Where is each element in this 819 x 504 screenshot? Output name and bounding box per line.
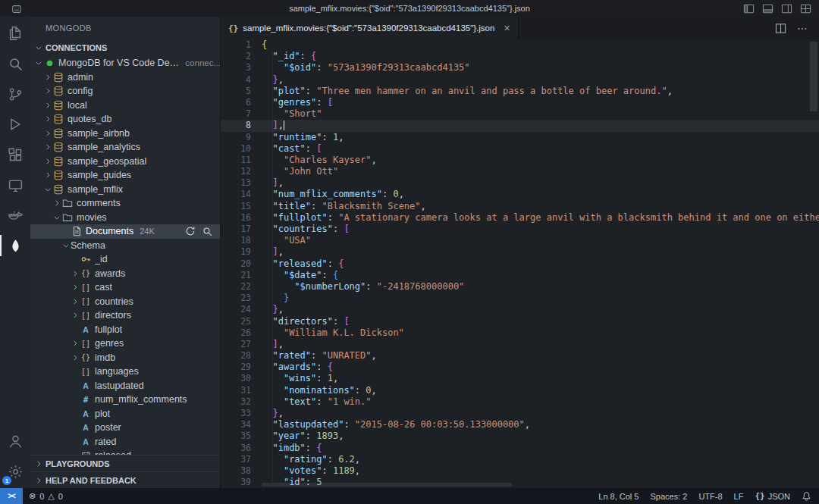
code-line-36[interactable]: 36 "imdb": { [221,443,819,454]
cursor-position-status[interactable]: Ln 8, Col 5 [598,492,639,501]
schema-field-cast[interactable]: []cast [30,280,220,295]
code-line-16[interactable]: 16 "fullplot": "A stationary camera look… [221,212,819,224]
code-line-35[interactable]: 35 "year": 1893, [221,430,819,442]
schema-field-plot[interactable]: Aplot [30,407,220,421]
code-line-34[interactable]: 34 "lastupdated": "2015-08-26 00:03:50.1… [221,419,819,430]
code-line-23[interactable]: 23 } [221,293,819,304]
code-line-15[interactable]: 15 "title": "Blacksmith Scene", [221,201,819,212]
schema-field-genres[interactable]: []genres [30,337,220,351]
code-line-26[interactable]: 26 "William K.L. Dickson" [221,327,819,339]
toggle-primary-sidebar-icon[interactable] [742,2,755,14]
code-line-13[interactable]: 13 ], [221,177,819,189]
code-line-4[interactable]: 4 }, [221,74,819,86]
code-line-28[interactable]: 28 "rated": "UNRATED", [221,350,819,362]
problems-status[interactable]: ⊗ 0 △ 0 [23,491,63,501]
code-line-19[interactable]: 19 ], [221,246,819,258]
activity-account-button[interactable] [0,426,30,456]
toggle-secondary-sidebar-icon[interactable] [780,2,792,14]
code-editor[interactable]: 1{2 "_id": {3 "$oid": "573a1390f29313caa… [221,39,819,488]
indentation-status[interactable]: Spaces: 2 [650,492,687,501]
code-line-18[interactable]: 18 "USA" [221,235,819,246]
connections-section-header[interactable]: CONNECTIONS [30,39,220,56]
code-line-17[interactable]: 17 "countries": [ [221,224,819,235]
code-line-20[interactable]: 20 "released": { [221,258,819,270]
code-line-24[interactable]: 24 }, [221,304,819,315]
notifications-bell-icon[interactable] [802,491,811,501]
remote-indicator[interactable]: >< [0,488,23,504]
activity-search-button[interactable] [0,49,30,79]
code-line-31[interactable]: 31 "nominations": 0, [221,385,819,396]
activity-manage-button[interactable]: 1 [0,456,30,487]
code-line-37[interactable]: 37 "rating": 6.2, [221,454,819,465]
collection-item-comments[interactable]: comments [30,196,220,211]
schema-field-released[interactable]: released [30,449,220,455]
code-line-12[interactable]: 12 "John Ott" [221,166,819,177]
code-line-14[interactable]: 14 "num_mflix_comments": 0, [221,189,819,200]
database-item-sample_geospatial[interactable]: sample_geospatial [30,155,220,169]
code-line-1[interactable]: 1{ [221,39,819,51]
database-item-sample_guides[interactable]: sample_guides [30,168,220,183]
code-line-29[interactable]: 29 "awards": { [221,362,819,373]
database-item-sample_mflix[interactable]: sample_mflix [30,183,220,197]
database-item-sample_analytics[interactable]: sample_analytics [30,140,220,155]
encoding-status[interactable]: UTF-8 [698,492,722,501]
activity-remote-explorer-button[interactable] [0,170,30,200]
schema-field-awards[interactable]: {}awards [30,267,220,281]
code-line-33[interactable]: 33 }, [221,408,819,419]
schema-item[interactable]: Schema [30,239,220,253]
collection-item-movies[interactable]: movies [30,211,220,225]
language-mode-status[interactable]: {} JSON [755,491,790,501]
documents-item[interactable]: Documents24K [30,224,220,239]
playgrounds-section-header[interactable]: PLAYGROUNDS [30,455,220,471]
schema-field-rated[interactable]: Arated [30,435,220,449]
code-line-32[interactable]: 32 "text": "1 win." [221,396,819,408]
schema-field-countries[interactable]: []countries [30,295,220,309]
database-item-sample_airbnb[interactable]: sample_airbnb [30,127,220,141]
code-line-8[interactable]: 8 ], [221,120,819,131]
horizontal-scrollbar[interactable] [262,483,512,487]
toggle-panel-icon[interactable] [761,2,774,14]
vertical-scrollbar[interactable] [810,42,817,111]
code-line-38[interactable]: 38 "votes": 1189, [221,465,819,477]
activity-run-debug-button[interactable] [0,109,30,139]
eol-status[interactable]: LF [734,492,744,501]
activity-source-control-button[interactable] [0,79,30,109]
help-section-header[interactable]: HELP AND FEEDBACK [30,471,220,488]
split-editor-icon[interactable] [775,23,786,34]
close-tab-icon[interactable]: × [504,23,510,33]
code-line-30[interactable]: 30 "wins": 1, [221,373,819,384]
schema-field-languages[interactable]: []languages [30,365,220,379]
activity-docker-button[interactable] [0,200,30,230]
code-line-6[interactable]: 6 "genres": [ [221,97,819,108]
schema-field-_id[interactable]: _id [30,252,220,267]
database-item-local[interactable]: local [30,99,220,113]
database-item-quotes_db[interactable]: quotes_db [30,112,220,127]
schema-field-poster[interactable]: Aposter [30,421,220,435]
schema-field-num_mflix_comments[interactable]: #num_mflix_comments [30,393,220,407]
database-item-admin[interactable]: admin [30,70,220,85]
activity-explorer-button[interactable] [0,18,30,49]
more-actions-icon[interactable]: ⋯ [797,22,808,34]
refresh-icon[interactable] [185,226,196,236]
schema-field-lastupdated[interactable]: Alastupdated [30,379,220,393]
code-line-7[interactable]: 7 "Short" [221,108,819,120]
code-line-5[interactable]: 5 "plot": "Three men hammer on an anvil … [221,86,819,97]
code-line-25[interactable]: 25 "directors": [ [221,316,819,327]
code-line-2[interactable]: 2 "_id": { [221,51,819,62]
code-line-10[interactable]: 10 "cast": [ [221,143,819,155]
activity-extensions-button[interactable] [0,139,30,170]
schema-field-fullplot[interactable]: Afullplot [30,323,220,337]
search-icon[interactable] [202,227,212,236]
activity-mongodb-button[interactable] [0,230,30,261]
schema-field-imdb[interactable]: {}imdb [30,351,220,365]
code-line-9[interactable]: 9 "runtime": 1, [221,132,819,143]
code-line-3[interactable]: 3 "$oid": "573a1390f29313caabcd4135" [221,62,819,74]
connection-item[interactable]: MongoDB for VS Code Democonnec... [30,56,220,70]
code-line-27[interactable]: 27 ], [221,339,819,350]
code-line-11[interactable]: 11 "Charles Kayser", [221,155,819,166]
schema-field-directors[interactable]: []directors [30,308,220,323]
database-item-config[interactable]: config [30,84,220,99]
tab-json-document[interactable]: {} sample_mflix.movies:{"$oid":"573a1390… [221,17,519,39]
code-line-21[interactable]: 21 "$date": { [221,270,819,281]
customize-layout-icon[interactable] [799,2,811,14]
